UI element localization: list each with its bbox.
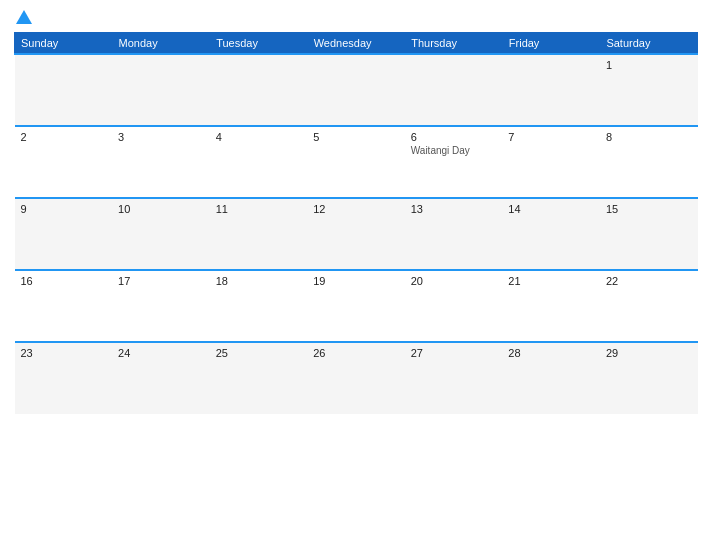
- calendar-cell: [112, 54, 210, 126]
- calendar-header-row: SundayMondayTuesdayWednesdayThursdayFrid…: [15, 33, 698, 55]
- day-number: 5: [313, 131, 399, 143]
- calendar-cell: 8: [600, 126, 698, 198]
- calendar-cell: 20: [405, 270, 503, 342]
- calendar-cell: 2: [15, 126, 113, 198]
- day-number: 8: [606, 131, 692, 143]
- calendar-week-row: 16171819202122: [15, 270, 698, 342]
- calendar-cell: 17: [112, 270, 210, 342]
- day-number: 7: [508, 131, 594, 143]
- calendar-cell: 12: [307, 198, 405, 270]
- day-number: 13: [411, 203, 497, 215]
- logo-triangle-icon: [16, 10, 32, 24]
- day-number: 15: [606, 203, 692, 215]
- holiday-label: Waitangi Day: [411, 145, 497, 156]
- calendar-cell: 29: [600, 342, 698, 414]
- calendar-header: [14, 10, 698, 26]
- calendar-cell: 16: [15, 270, 113, 342]
- days-of-week-row: SundayMondayTuesdayWednesdayThursdayFrid…: [15, 33, 698, 55]
- day-number: 10: [118, 203, 204, 215]
- calendar-table: SundayMondayTuesdayWednesdayThursdayFrid…: [14, 32, 698, 414]
- calendar-body: 123456Waitangi Day7891011121314151617181…: [15, 54, 698, 414]
- calendar-cell: [405, 54, 503, 126]
- calendar-cell: 24: [112, 342, 210, 414]
- calendar-cell: 15: [600, 198, 698, 270]
- calendar-week-row: 23456Waitangi Day78: [15, 126, 698, 198]
- calendar-cell: 22: [600, 270, 698, 342]
- calendar-cell: 19: [307, 270, 405, 342]
- day-number: 23: [21, 347, 107, 359]
- calendar-cell: 11: [210, 198, 308, 270]
- day-number: 19: [313, 275, 399, 287]
- calendar-cell: 25: [210, 342, 308, 414]
- day-of-week-header: Monday: [112, 33, 210, 55]
- day-number: 6: [411, 131, 497, 143]
- calendar-cell: [502, 54, 600, 126]
- calendar-week-row: 1: [15, 54, 698, 126]
- day-number: 3: [118, 131, 204, 143]
- day-number: 16: [21, 275, 107, 287]
- day-number: 4: [216, 131, 302, 143]
- day-number: 24: [118, 347, 204, 359]
- day-number: 1: [606, 59, 692, 71]
- day-of-week-header: Thursday: [405, 33, 503, 55]
- calendar-cell: 26: [307, 342, 405, 414]
- calendar-page: SundayMondayTuesdayWednesdayThursdayFrid…: [0, 0, 712, 550]
- calendar-week-row: 23242526272829: [15, 342, 698, 414]
- day-number: 12: [313, 203, 399, 215]
- day-of-week-header: Sunday: [15, 33, 113, 55]
- day-of-week-header: Friday: [502, 33, 600, 55]
- calendar-cell: 18: [210, 270, 308, 342]
- calendar-cell: 4: [210, 126, 308, 198]
- calendar-cell: 9: [15, 198, 113, 270]
- day-number: 20: [411, 275, 497, 287]
- calendar-cell: 27: [405, 342, 503, 414]
- calendar-cell: 14: [502, 198, 600, 270]
- day-number: 17: [118, 275, 204, 287]
- day-number: 27: [411, 347, 497, 359]
- calendar-week-row: 9101112131415: [15, 198, 698, 270]
- day-number: 26: [313, 347, 399, 359]
- calendar-cell: 10: [112, 198, 210, 270]
- logo: [14, 10, 32, 26]
- calendar-cell: 13: [405, 198, 503, 270]
- calendar-cell: 5: [307, 126, 405, 198]
- day-number: 14: [508, 203, 594, 215]
- day-number: 29: [606, 347, 692, 359]
- day-of-week-header: Tuesday: [210, 33, 308, 55]
- calendar-cell: 1: [600, 54, 698, 126]
- day-number: 11: [216, 203, 302, 215]
- calendar-cell: 23: [15, 342, 113, 414]
- day-number: 2: [21, 131, 107, 143]
- day-number: 18: [216, 275, 302, 287]
- calendar-cell: [15, 54, 113, 126]
- day-of-week-header: Wednesday: [307, 33, 405, 55]
- calendar-cell: 7: [502, 126, 600, 198]
- day-number: 28: [508, 347, 594, 359]
- day-number: 9: [21, 203, 107, 215]
- calendar-cell: [307, 54, 405, 126]
- day-number: 25: [216, 347, 302, 359]
- day-number: 21: [508, 275, 594, 287]
- calendar-cell: 3: [112, 126, 210, 198]
- calendar-cell: 21: [502, 270, 600, 342]
- day-of-week-header: Saturday: [600, 33, 698, 55]
- calendar-cell: [210, 54, 308, 126]
- day-number: 22: [606, 275, 692, 287]
- calendar-cell: 6Waitangi Day: [405, 126, 503, 198]
- calendar-cell: 28: [502, 342, 600, 414]
